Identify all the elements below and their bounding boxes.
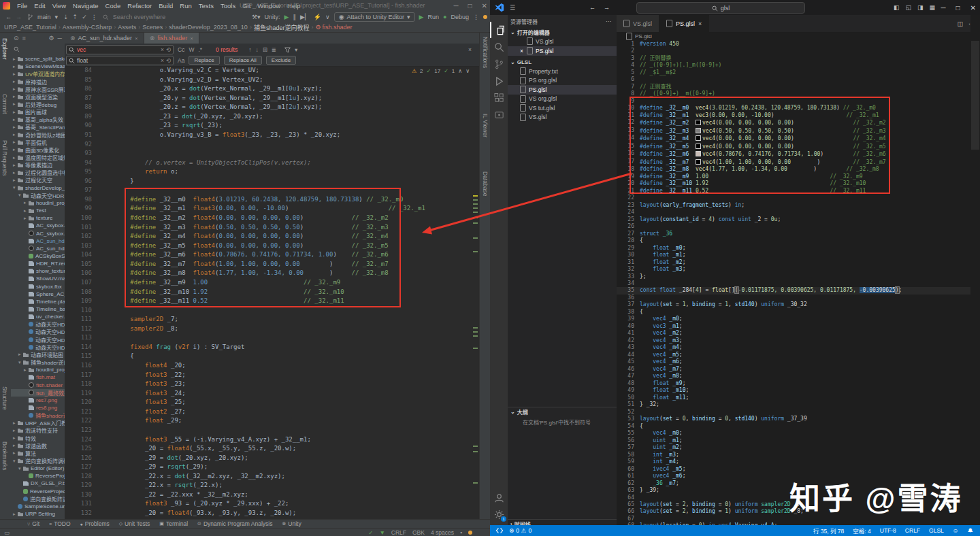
select-all-matches-icon[interactable]: ⊞: [263, 46, 267, 53]
project-view-icon[interactable]: ⊙: [14, 35, 19, 41]
vscode-editor[interactable]: VS.glslPS.glsl×◫⋯ PS.glsl 1#version 4502…: [617, 15, 980, 525]
hide-panel-icon[interactable]: ─: [58, 35, 62, 41]
preserve-case-toggle[interactable]: Aa: [178, 57, 184, 64]
problems-widget[interactable]: ⊗0 ⚠0: [509, 527, 532, 534]
clear-find-icon[interactable]: ×: [161, 46, 164, 53]
tree-item[interactable]: ▸曲面3D像素化: [11, 146, 65, 154]
file-VS-tut-glsl[interactable]: VS tut.glsl: [508, 103, 617, 113]
breadcrumb-item[interactable]: 捕鱼shader逆向教程: [254, 23, 310, 32]
tree-item[interactable]: ▾捕鱼shader逆向教: [11, 358, 65, 366]
inspections-ok-icon[interactable]: ✓: [368, 529, 373, 536]
tree-item[interactable]: ▸Test: [11, 207, 65, 214]
tree-item[interactable]: ▸算法: [11, 450, 65, 457]
profiler-icon[interactable]: ⚡: [314, 14, 321, 20]
tree-item[interactable]: DX_GLSL_P.txt: [11, 480, 65, 487]
search-everywhere[interactable]: Search everywhere: [103, 14, 166, 20]
debug-button[interactable]: Debug: [451, 14, 469, 20]
color-swatch-icon[interactable]: [696, 128, 701, 133]
highlight-matches-icon[interactable]: ≣: [272, 46, 276, 53]
toolwindow-git[interactable]: ⑂Git: [27, 520, 39, 527]
tree-item[interactable]: ▸texture: [11, 214, 65, 222]
close-search-icon[interactable]: ×: [468, 46, 472, 53]
tree-item[interactable]: AC_skybox.sh: [11, 229, 65, 237]
tree-item[interactable]: 捕鱼shader逆: [11, 412, 65, 419]
toggle-secondary-sidebar-icon[interactable]: ◨: [917, 4, 924, 11]
tree-item[interactable]: ▸URP_ASE入门教程 (E: [11, 419, 65, 426]
menu-item-view[interactable]: View: [49, 2, 69, 10]
hamburger-menu-icon[interactable]: ☰: [510, 4, 515, 11]
run-button[interactable]: Run: [428, 14, 440, 20]
status-item[interactable]: CRLF: [391, 529, 406, 536]
layout-toggle-icon[interactable]: ▭: [4, 529, 10, 536]
vscode-code-area[interactable]: 1#version 45023// 正则替换4// _([0-9]+)[.]_m…: [617, 41, 980, 525]
nav-forward-icon[interactable]: →: [604, 4, 610, 11]
breadcrumb-item[interactable]: Assets: [118, 24, 136, 31]
close-icon[interactable]: ✕: [970, 4, 976, 12]
outline-section[interactable]: ⌄大纲: [508, 407, 617, 416]
menu-item-tests[interactable]: Tests: [195, 2, 217, 10]
toggle-sidebar-icon[interactable]: ◧: [894, 4, 900, 11]
close-icon[interactable]: ✕: [482, 2, 487, 10]
split-editor-icon[interactable]: ◫: [957, 20, 963, 27]
indentation[interactable]: 空格: 4: [853, 526, 870, 535]
git-branch-widget[interactable]: main▾: [27, 14, 58, 21]
toolwindow-explorer[interactable]: Explorer: [1, 38, 8, 60]
workspace-folder-section[interactable]: ⌄GLSL: [508, 57, 617, 67]
tree-item[interactable]: ReverseProjectio: [11, 488, 65, 495]
tree-item[interactable]: Sphere_AC_HD: [11, 290, 65, 298]
notification-bell-icon[interactable]: [468, 531, 472, 535]
menu-item-build[interactable]: Build: [155, 2, 176, 10]
maximize-icon[interactable]: □: [468, 2, 472, 10]
tree-item[interactable]: ▸过程化天空: [11, 176, 65, 184]
toolwindow-il-viewer[interactable]: IL Viewer: [482, 114, 489, 137]
status-item[interactable]: GBK: [412, 529, 425, 536]
color-swatch-icon[interactable]: [696, 120, 701, 125]
menu-item-navigate[interactable]: Navigate: [69, 2, 102, 10]
tree-item[interactable]: ▸基哥_alpha失效: [11, 116, 65, 123]
search-icon[interactable]: [490, 39, 508, 55]
tree-item[interactable]: ▾shaderDevelop_202: [11, 184, 65, 192]
tree-item[interactable]: AC_sun_hdr.m: [11, 237, 65, 245]
cursor-position[interactable]: 行 35, 列 78: [813, 526, 844, 535]
tree-item[interactable]: skybox.fbx: [11, 283, 65, 290]
color-swatch-icon[interactable]: [696, 144, 701, 149]
tree-item[interactable]: ▸特效: [11, 435, 65, 442]
layout-customize-icon[interactable]: ▦: [929, 4, 935, 11]
tree-item[interactable]: ▸UV单双通道内存布: [11, 70, 65, 78]
words-toggle[interactable]: W: [189, 46, 194, 53]
vscode-scrollbar[interactable]: [970, 15, 980, 525]
rider-code-area[interactable]: 84 o.Varying_v2_C = Vertex_UV;85 o.Varyi…: [65, 66, 479, 520]
unity-step-icon[interactable]: ▶▏: [300, 14, 310, 20]
branch-indicator-icon[interactable]: ▼: [379, 529, 385, 536]
notification-dot-icon[interactable]: [483, 15, 487, 19]
breadcrumb-item[interactable]: shaderDevelop_2023_08_10: [169, 24, 248, 31]
source-control-icon[interactable]: [490, 56, 508, 72]
rider-editor[interactable]: ⊗AC_sun_hdr.shader×⊗fish.shader× vec × ⟲…: [65, 32, 479, 520]
tree-item[interactable]: ▸后处理debug: [11, 101, 65, 108]
file-VS-glsl[interactable]: VS.glsl: [508, 113, 617, 122]
editor-scrollbar[interactable]: [473, 66, 478, 520]
menu-item-edit[interactable]: Edit: [31, 2, 48, 10]
tree-item[interactable]: 动森天空HDR_: [11, 320, 65, 328]
forward-icon[interactable]: →: [16, 14, 22, 20]
language-mode[interactable]: GLSL: [929, 527, 944, 534]
breadcrumb-item[interactable]: Scenes: [142, 24, 163, 31]
tree-item[interactable]: AC_skybox.ma: [11, 222, 65, 229]
toolwindow-dynamic-program-analysis[interactable]: ⊙Dynamic Program Analysis: [197, 520, 272, 527]
tree-item[interactable]: ▸温度图特定区域燃: [11, 154, 65, 161]
toggle-panel-icon[interactable]: ◱: [905, 4, 911, 11]
clear-replace-icon[interactable]: ×: [161, 57, 164, 64]
explorer-more-icon[interactable]: ⋯: [606, 18, 611, 24]
vcs-more-icon[interactable]: ⋮: [91, 14, 97, 20]
maximize-icon[interactable]: □: [956, 4, 960, 12]
tree-search-icon[interactable]: [14, 46, 20, 52]
prev-match-icon[interactable]: ↑: [248, 46, 251, 53]
tree-item[interactable]: HDR_RT.rende: [11, 260, 65, 267]
tab-AC_sun_hdr-shader[interactable]: ⊗AC_sun_hdr.shader×: [65, 33, 144, 44]
replace-all-button[interactable]: Replace All: [224, 56, 262, 65]
tab-fish-shader[interactable]: ⊗fish.shader×: [144, 33, 199, 44]
unity-pause-icon[interactable]: ∥: [293, 14, 296, 20]
toolwindow-unit-tests[interactable]: ◇Unit Tests: [119, 520, 150, 527]
explorer-icon[interactable]: [490, 22, 508, 38]
tree-item[interactable]: ▸泡沫特性支持: [11, 426, 65, 434]
